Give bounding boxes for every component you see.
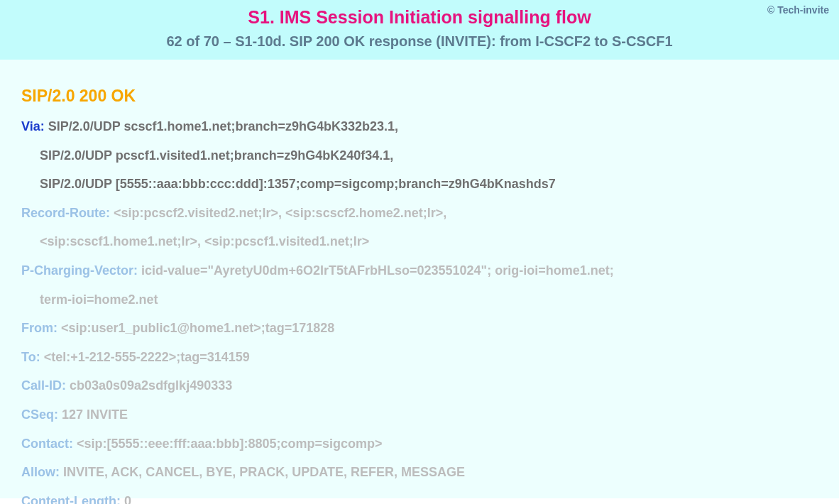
page-subtitle: 62 of 70 – S1-10d. SIP 200 OK response (… bbox=[13, 33, 826, 50]
record-route-value-0: <sip:pcscf2.visited2.net;lr>, <sip:scscf… bbox=[114, 206, 446, 220]
contact-value: <sip:[5555::eee:fff:aaa:bbb]:8805;comp=s… bbox=[77, 437, 383, 451]
pcv-value-0: icid-value="AyretyU0dm+6O2IrT5tAFrbHLso=… bbox=[141, 263, 614, 278]
page-title: S1. IMS Session Initiation signalling fl… bbox=[13, 7, 826, 28]
sip-header-call-id: Call-ID: cb03a0s09a2sdfglkj490333 bbox=[21, 375, 818, 397]
sip-status-line: SIP/2.0 200 OK bbox=[21, 87, 818, 106]
copyright-text: © Tech-invite bbox=[767, 4, 829, 16]
record-route-continuation-1: <sip:scscf1.home1.net;lr>, <sip:pcscf1.v… bbox=[21, 231, 818, 253]
allow-value: INVITE, ACK, CANCEL, BYE, PRACK, UPDATE,… bbox=[63, 465, 465, 479]
header: © Tech-invite S1. IMS Session Initiation… bbox=[0, 0, 839, 60]
sip-header-record-route: Record-Route: <sip:pcscf2.visited2.net;l… bbox=[21, 202, 818, 224]
header-name-contact: Contact bbox=[21, 437, 69, 451]
sip-header-cseq: CSeq: 127 INVITE bbox=[21, 404, 818, 426]
content-length-value: 0 bbox=[124, 494, 131, 504]
sip-message-body: SIP/2.0 200 OK Via: SIP/2.0/UDP scscf1.h… bbox=[0, 60, 839, 498]
sip-header-contact: Contact: <sip:[5555::eee:fff:aaa:bbb]:88… bbox=[21, 433, 818, 455]
header-name-record-route: Record-Route bbox=[21, 206, 106, 220]
sip-header-allow: Allow: INVITE, ACK, CANCEL, BYE, PRACK, … bbox=[21, 461, 818, 483]
cseq-value: 127 INVITE bbox=[62, 407, 128, 422]
sip-header-to: To: <tel:+1-212-555-2222>;tag=314159 bbox=[21, 346, 818, 368]
header-name-content-length: Content-Length bbox=[21, 494, 116, 504]
via-continuation-2: SIP/2.0/UDP [5555::aaa:bbb:ccc:ddd]:1357… bbox=[21, 173, 818, 195]
via-continuation-1: SIP/2.0/UDP pcscf1.visited1.net;branch=z… bbox=[21, 145, 818, 167]
sip-header-content-length: Content-Length: 0 bbox=[21, 491, 818, 504]
header-name-to: To bbox=[21, 350, 36, 364]
header-name-from: From bbox=[21, 321, 53, 335]
header-name-allow: Allow bbox=[21, 465, 55, 479]
pcv-continuation-1: term-ioi=home2.net bbox=[21, 289, 818, 311]
sip-header-via: Via: SIP/2.0/UDP scscf1.home1.net;branch… bbox=[21, 116, 818, 138]
header-name-via: Via bbox=[21, 119, 40, 133]
via-value-0: SIP/2.0/UDP scscf1.home1.net;branch=z9hG… bbox=[48, 119, 398, 133]
header-name-p-charging-vector: P-Charging-Vector bbox=[21, 263, 133, 278]
sip-header-p-charging-vector: P-Charging-Vector: icid-value="AyretyU0d… bbox=[21, 260, 818, 282]
header-name-call-id: Call-ID bbox=[21, 378, 62, 393]
to-value: <tel:+1-212-555-2222>;tag=314159 bbox=[44, 350, 250, 364]
header-name-cseq: CSeq bbox=[21, 407, 54, 422]
from-value: <sip:user1_public1@home1.net>;tag=171828 bbox=[61, 321, 334, 335]
call-id-value: cb03a0s09a2sdfglkj490333 bbox=[70, 378, 232, 393]
sip-header-from: From: <sip:user1_public1@home1.net>;tag=… bbox=[21, 317, 818, 339]
